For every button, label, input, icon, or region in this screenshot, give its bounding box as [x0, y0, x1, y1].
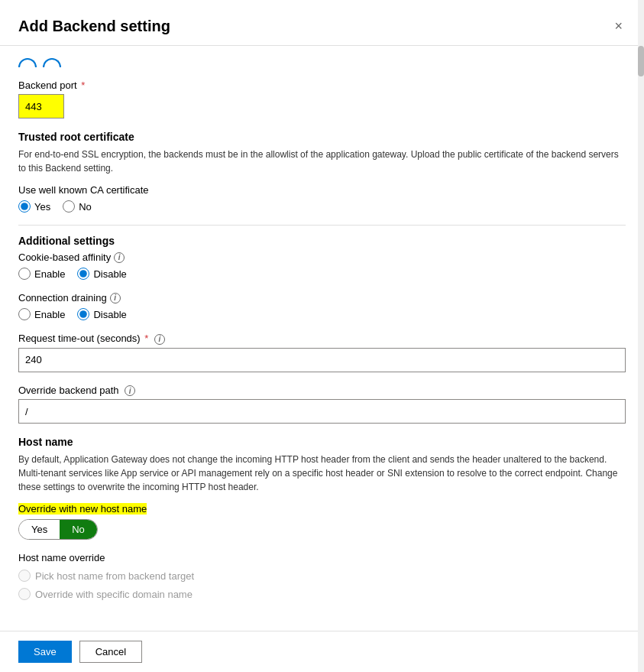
drain-enable-label: Enable: [34, 309, 65, 320]
cancel-button[interactable]: Cancel: [79, 641, 142, 663]
connection-draining-info-icon[interactable]: i: [110, 293, 121, 304]
host-name-section: Host name By default, Application Gatewa…: [18, 436, 626, 600]
cookie-affinity-radio-group: Enable Disable: [18, 268, 626, 280]
request-timeout-label: Request time-out (seconds) * i: [18, 333, 626, 345]
additional-title: Additional settings: [18, 235, 626, 247]
scrollbar-thumb[interactable]: [638, 46, 644, 76]
cookie-enable-radio[interactable]: [18, 268, 31, 280]
trusted-cert-desc: For end-to-end SSL encryption, the backe…: [18, 148, 626, 175]
trusted-cert-title: Trusted root certificate: [18, 131, 626, 143]
override-hostname-toggle[interactable]: Yes No: [18, 519, 98, 540]
required-marker: *: [81, 80, 85, 91]
override-backend-path-label: Override backend path i: [18, 385, 626, 397]
trusted-cert-section: Trusted root certificate For end-to-end …: [18, 131, 626, 213]
cookie-disable-label: Disable: [93, 268, 126, 280]
override-backend-path-input[interactable]: [18, 399, 626, 424]
ca-cert-yes-label: Yes: [34, 201, 50, 213]
pick-backend-target-radio[interactable]: [18, 570, 31, 582]
cookie-enable-option[interactable]: Enable: [18, 268, 65, 280]
panel-footer: Save Cancel: [0, 631, 644, 672]
host-name-override-group: Host name override Pick host name from b…: [18, 552, 626, 600]
backend-port-input[interactable]: [18, 94, 64, 118]
override-no-button[interactable]: No: [60, 520, 97, 539]
drain-disable-option[interactable]: Disable: [77, 308, 126, 320]
cookie-affinity-group: Cookie-based affinity i Enable Disable: [18, 252, 626, 280]
add-backend-setting-panel: Add Backend setting × Backend port * Tru…: [0, 0, 644, 672]
scrollbar-track: [638, 0, 644, 672]
pick-backend-target-option[interactable]: Pick host name from backend target: [18, 570, 626, 582]
drain-enable-option[interactable]: Enable: [18, 308, 65, 320]
ca-cert-label: Use well known CA certificate: [18, 184, 626, 196]
host-name-override-label: Host name override: [18, 552, 626, 563]
ca-cert-radio-group: Yes No: [18, 200, 626, 213]
override-backend-path-info-icon[interactable]: i: [125, 385, 135, 396]
request-timeout-required: *: [144, 333, 148, 344]
scroll-arc-1: [18, 58, 37, 67]
override-domain-option[interactable]: Override with specific domain name: [18, 588, 626, 600]
additional-settings-section: Additional settings Cookie-based affinit…: [18, 235, 626, 424]
request-timeout-group: Request time-out (seconds) * i: [18, 333, 626, 372]
ca-cert-group: Use well known CA certificate Yes No: [18, 184, 626, 213]
request-timeout-input[interactable]: [18, 348, 626, 372]
connection-draining-group: Connection draining i Enable Disable: [18, 292, 626, 320]
pick-backend-target-label: Pick host name from backend target: [35, 570, 194, 582]
cookie-affinity-info-icon[interactable]: i: [114, 252, 125, 263]
override-hostname-group: Override with new host name Yes No: [18, 503, 626, 540]
override-backend-path-group: Override backend path i: [18, 385, 626, 424]
panel-body: Backend port * Trusted root certificate …: [0, 46, 644, 631]
save-button[interactable]: Save: [18, 641, 72, 663]
drain-disable-label: Disable: [93, 309, 126, 320]
host-name-desc: By default, Application Gateway does not…: [18, 453, 626, 494]
host-name-override-radio-group: Pick host name from backend target Overr…: [18, 570, 626, 600]
panel-header: Add Backend setting ×: [0, 0, 644, 46]
override-domain-label: Override with specific domain name: [35, 589, 193, 600]
ca-cert-yes-radio[interactable]: [18, 200, 31, 213]
connection-draining-radio-group: Enable Disable: [18, 308, 626, 320]
override-hostname-text: Override with new host name: [18, 503, 147, 515]
ca-cert-no-label: No: [79, 201, 92, 213]
drain-enable-radio[interactable]: [18, 308, 31, 320]
override-domain-radio[interactable]: [18, 588, 31, 600]
scroll-arc-2: [43, 58, 61, 67]
cookie-enable-label: Enable: [34, 268, 65, 280]
connection-draining-label: Connection draining i: [18, 292, 626, 304]
ca-cert-no-radio[interactable]: [63, 200, 75, 213]
cookie-affinity-label: Cookie-based affinity i: [18, 252, 626, 263]
close-button[interactable]: ×: [611, 15, 626, 37]
cookie-disable-option[interactable]: Disable: [77, 268, 126, 280]
drain-disable-radio[interactable]: [77, 308, 89, 320]
backend-port-group: Backend port *: [18, 80, 626, 118]
request-timeout-info-icon[interactable]: i: [154, 334, 165, 345]
override-yes-button[interactable]: Yes: [19, 520, 60, 539]
cookie-disable-radio[interactable]: [77, 268, 89, 280]
scroll-indicator: [18, 58, 626, 67]
panel-title: Add Backend setting: [18, 18, 170, 35]
divider-1: [18, 225, 626, 226]
ca-cert-yes-option[interactable]: Yes: [18, 200, 50, 213]
host-name-title: Host name: [18, 436, 626, 448]
override-hostname-label: Override with new host name: [18, 503, 626, 515]
ca-cert-no-option[interactable]: No: [63, 200, 92, 213]
backend-port-label: Backend port *: [18, 80, 626, 91]
